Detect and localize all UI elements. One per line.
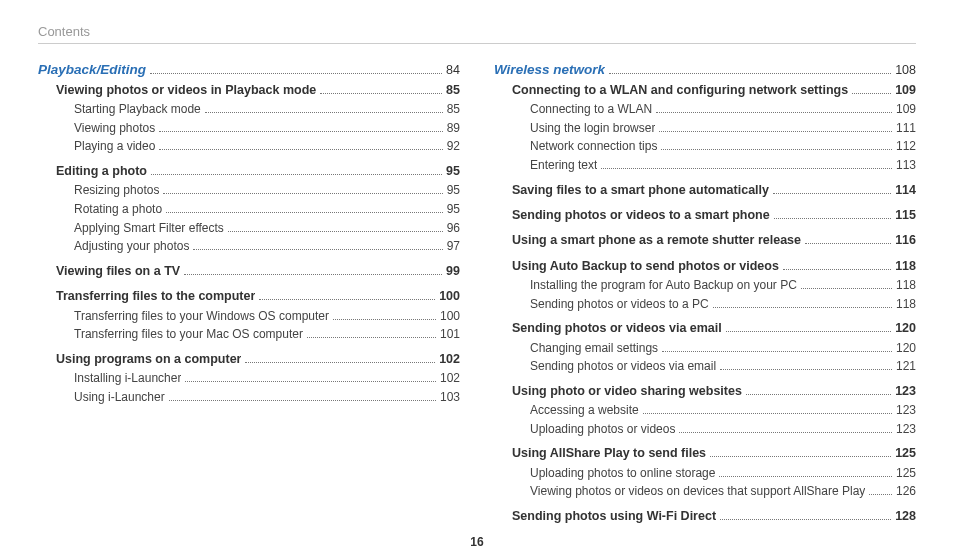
toc-entry-label: Viewing files on a TV bbox=[56, 262, 180, 281]
toc-leader-dots bbox=[609, 73, 891, 74]
toc-leader-dots bbox=[719, 476, 892, 477]
toc-entry-label: Connecting to a WLAN bbox=[530, 100, 652, 119]
toc-entry[interactable]: Starting Playback mode85 bbox=[74, 100, 460, 119]
toc-entry[interactable]: Network connection tips112 bbox=[530, 137, 916, 156]
toc-entry[interactable]: Installing the program for Auto Backup o… bbox=[530, 276, 916, 295]
toc-leader-dots bbox=[720, 369, 892, 370]
toc-entry-label: Playback/Editing bbox=[38, 60, 146, 81]
toc-entry[interactable]: Sending photos or videos via email120 bbox=[512, 319, 916, 338]
toc-entry[interactable]: Rotating a photo95 bbox=[74, 200, 460, 219]
toc-entry[interactable]: Uploading photos or videos123 bbox=[530, 420, 916, 439]
toc-entry-page: 95 bbox=[447, 200, 460, 219]
toc-entry[interactable]: Transferring files to the computer100 bbox=[56, 287, 460, 306]
toc-entry[interactable]: Connecting to a WLAN109 bbox=[530, 100, 916, 119]
toc-entry[interactable]: Viewing photos or videos on devices that… bbox=[530, 482, 916, 501]
toc-entry-page: 84 bbox=[446, 61, 460, 80]
toc-leader-dots bbox=[320, 93, 442, 94]
toc-leader-dots bbox=[659, 131, 892, 132]
page-header: Contents bbox=[38, 24, 916, 39]
toc-entry-label: Using i-Launcher bbox=[74, 388, 165, 407]
toc-entry-label: Sending photos or videos to a smart phon… bbox=[512, 206, 770, 225]
toc-leader-dots bbox=[245, 362, 435, 363]
toc-entry-label: Transferring files to your Mac OS comput… bbox=[74, 325, 303, 344]
toc-entry[interactable]: Using AllShare Play to send files125 bbox=[512, 444, 916, 463]
toc-entry-page: 125 bbox=[895, 444, 916, 463]
toc-entry[interactable]: Using photo or video sharing websites123 bbox=[512, 382, 916, 401]
toc-leader-dots bbox=[151, 174, 442, 175]
toc-entry-page: 89 bbox=[447, 119, 460, 138]
toc-leader-dots bbox=[163, 193, 442, 194]
toc-entry[interactable]: Using a smart phone as a remote shutter … bbox=[512, 231, 916, 250]
toc-entry-page: 85 bbox=[446, 81, 460, 100]
toc-entry[interactable]: Sending photos or videos to a PC118 bbox=[530, 295, 916, 314]
toc-entry-label: Viewing photos bbox=[74, 119, 155, 138]
toc-entry-page: 118 bbox=[895, 257, 916, 276]
toc-entry-label: Using Auto Backup to send photos or vide… bbox=[512, 257, 779, 276]
toc-entry[interactable]: Viewing photos89 bbox=[74, 119, 460, 138]
toc-entry[interactable]: Uploading photos to online storage125 bbox=[530, 464, 916, 483]
toc-entry-label: Using AllShare Play to send files bbox=[512, 444, 706, 463]
toc-entry-page: 102 bbox=[440, 369, 460, 388]
toc-entry-label: Sending photos or videos via email bbox=[530, 357, 716, 376]
toc-entry[interactable]: Using Auto Backup to send photos or vide… bbox=[512, 257, 916, 276]
toc-entry[interactable]: Applying Smart Filter effects96 bbox=[74, 219, 460, 238]
toc-entry-label: Using a smart phone as a remote shutter … bbox=[512, 231, 801, 250]
toc-entry-label: Saving files to a smart phone automatica… bbox=[512, 181, 769, 200]
toc-entry-page: 95 bbox=[447, 181, 460, 200]
toc-entry[interactable]: Using i-Launcher103 bbox=[74, 388, 460, 407]
toc-entry-label: Installing the program for Auto Backup o… bbox=[530, 276, 797, 295]
toc-entry[interactable]: Sending photos or videos to a smart phon… bbox=[512, 206, 916, 225]
toc-entry[interactable]: Connecting to a WLAN and configuring net… bbox=[512, 81, 916, 100]
toc-entry[interactable]: Sending photos using Wi-Fi Direct128 bbox=[512, 507, 916, 526]
toc-entry[interactable]: Using programs on a computer102 bbox=[56, 350, 460, 369]
toc-leader-dots bbox=[150, 73, 442, 74]
toc-entry-label: Resizing photos bbox=[74, 181, 159, 200]
toc-entry[interactable]: Sending photos or videos via email121 bbox=[530, 357, 916, 376]
toc-entry[interactable]: Saving files to a smart phone automatica… bbox=[512, 181, 916, 200]
toc-entry[interactable]: Accessing a website123 bbox=[530, 401, 916, 420]
toc-entry[interactable]: Transferring files to your Mac OS comput… bbox=[74, 325, 460, 344]
toc-entry-label: Starting Playback mode bbox=[74, 100, 201, 119]
toc-entry-label: Installing i-Launcher bbox=[74, 369, 181, 388]
toc-entry-page: 113 bbox=[896, 156, 916, 175]
toc-entry-page: 123 bbox=[895, 382, 916, 401]
toc-entry[interactable]: Viewing files on a TV99 bbox=[56, 262, 460, 281]
toc-entry-page: 120 bbox=[896, 339, 916, 358]
toc-leader-dots bbox=[601, 168, 892, 169]
toc-entry-label: Transferring files to the computer bbox=[56, 287, 255, 306]
toc-entry-page: 115 bbox=[895, 206, 916, 225]
toc-entry-label: Uploading photos or videos bbox=[530, 420, 675, 439]
toc-entry[interactable]: Viewing photos or videos in Playback mod… bbox=[56, 81, 460, 100]
toc-entry-page: 118 bbox=[896, 276, 916, 295]
toc-entry[interactable]: Installing i-Launcher102 bbox=[74, 369, 460, 388]
toc-entry-label: Entering text bbox=[530, 156, 597, 175]
toc-entry[interactable]: Using the login browser111 bbox=[530, 119, 916, 138]
toc-leader-dots bbox=[662, 351, 892, 352]
toc-leader-dots bbox=[720, 519, 891, 520]
toc-entry[interactable]: Adjusting your photos97 bbox=[74, 237, 460, 256]
toc-leader-dots bbox=[185, 381, 436, 382]
toc-entry-label: Viewing photos or videos on devices that… bbox=[530, 482, 865, 501]
toc-leader-dots bbox=[205, 112, 443, 113]
toc-entry[interactable]: Playing a video92 bbox=[74, 137, 460, 156]
toc-entry-label: Using photo or video sharing websites bbox=[512, 382, 742, 401]
toc-entry-label: Editing a photo bbox=[56, 162, 147, 181]
toc-entry[interactable]: Changing email settings120 bbox=[530, 339, 916, 358]
toc-entry[interactable]: Transferring files to your Windows OS co… bbox=[74, 307, 460, 326]
toc-leader-dots bbox=[773, 193, 891, 194]
toc-entry-label: Applying Smart Filter effects bbox=[74, 219, 224, 238]
toc-leader-dots bbox=[307, 337, 436, 338]
toc-left-column: Playback/Editing84Viewing photos or vide… bbox=[38, 60, 460, 526]
toc-entry-label: Uploading photos to online storage bbox=[530, 464, 715, 483]
toc-entry[interactable]: Editing a photo95 bbox=[56, 162, 460, 181]
toc-entry[interactable]: Playback/Editing84 bbox=[38, 60, 460, 81]
toc-entry-page: 128 bbox=[895, 507, 916, 526]
toc-entry[interactable]: Wireless network108 bbox=[494, 60, 916, 81]
toc-entry[interactable]: Entering text113 bbox=[530, 156, 916, 175]
toc-leader-dots bbox=[852, 93, 891, 94]
toc-entry-page: 116 bbox=[895, 231, 916, 250]
toc-leader-dots bbox=[193, 249, 442, 250]
toc-leader-dots bbox=[643, 413, 892, 414]
toc-leader-dots bbox=[805, 243, 891, 244]
toc-entry[interactable]: Resizing photos95 bbox=[74, 181, 460, 200]
